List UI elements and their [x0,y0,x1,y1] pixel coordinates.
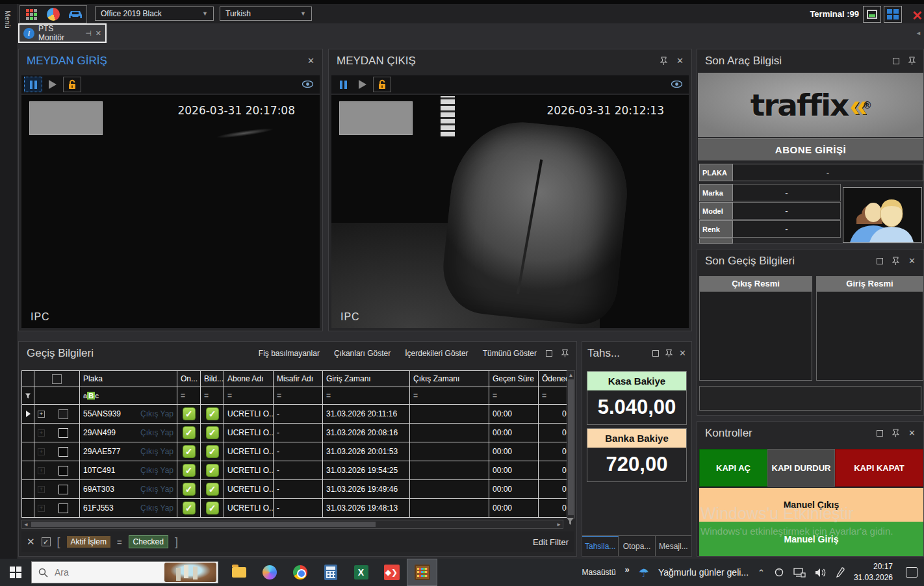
start-button[interactable] [0,559,31,586]
vehicle-button[interactable] [64,6,86,23]
select-all-cell[interactable] [34,370,80,387]
scroll-right-icon[interactable]: ► [556,522,561,528]
filter-field-badge[interactable]: Aktif İşlem [67,536,110,548]
teams-tray-icon[interactable] [774,567,784,578]
col-on[interactable]: On... [177,370,201,387]
filter-abone[interactable]: = [224,387,274,405]
maximize-icon[interactable] [893,58,899,64]
pts-app-button[interactable] [407,559,437,586]
row-select-cell[interactable]: + [34,442,80,461]
theme-dropdown[interactable]: Office 2019 Black ▼ [95,6,214,21]
gate-close-button[interactable]: KAPI KAPAT [835,449,923,487]
close-icon[interactable]: ✕ [679,348,686,358]
tab-tahsilat[interactable]: Tahsila... [582,536,619,556]
visibility-button[interactable] [302,79,313,90]
camera-exit-video[interactable]: 2026-03-31 20:12:13 IPC [331,95,689,328]
clear-filter-icon[interactable]: ✕ [27,536,35,548]
gate-stop-button[interactable]: KAPI DURDUR [767,449,835,487]
expand-icon[interactable]: + [38,505,45,512]
col-bild[interactable]: Bild... [201,370,224,387]
toolbar-overflow-icon[interactable]: » [625,565,630,574]
minimize-panel-button[interactable] [863,6,881,23]
maximize-icon[interactable] [877,430,883,437]
tab-mesajlar[interactable]: Mesajl... [656,536,691,556]
app-close-button[interactable]: ✕ [912,8,923,23]
table-horizontal-scrollbar[interactable]: ◄ ► [21,520,563,529]
cikis-yap-button[interactable]: Çıkış Yap [140,447,173,456]
chrome-button[interactable] [285,559,315,586]
volume-icon[interactable] [815,568,827,578]
unlock-button[interactable] [63,77,81,92]
pass-table-header[interactable]: Geçiş Bilgileri Fiş basılmayanlar Çıkanl… [19,342,576,364]
excel-button[interactable]: X [346,559,376,586]
table-row[interactable]: + 69AT303Çıkış Yap ✓ ✓ UCRETLI O... - 31… [21,480,572,499]
tray-expand-icon[interactable]: ⌃ [758,568,765,578]
cikis-yap-button[interactable]: Çıkış Yap [140,428,173,437]
red-app-button[interactable]: ◆❯ [376,559,407,586]
maximize-icon[interactable] [877,258,883,264]
manual-entry-button[interactable]: Manuel Giriş [699,522,923,556]
balance-panel-header[interactable]: Tahs... ✕ [582,342,691,364]
row-select-cell[interactable]: + [34,499,80,518]
tab-pts-monitor[interactable]: i PTS Monitör ⊣ ✕ [18,23,107,43]
filter-plaka[interactable]: aBc [80,387,177,405]
unlock-button[interactable] [373,77,391,92]
expand-icon[interactable]: + [38,467,45,474]
pin-icon[interactable] [892,257,899,265]
cikis-yap-button[interactable]: Çıkış Yap [140,409,173,418]
row-checkbox[interactable] [58,409,68,419]
pin-icon[interactable] [892,429,899,437]
row-checkbox[interactable] [58,428,68,438]
filter-on[interactable]: = [177,387,201,405]
table-row[interactable]: + 55ANS939Çıkış Yap ✓ ✓ UCRETLI O... - 3… [21,405,572,424]
scrollbar-thumb[interactable] [568,379,574,515]
camera-exit-close-icon[interactable]: ✕ [676,56,684,66]
pin-icon[interactable] [561,349,569,357]
table-row[interactable]: + 10TC491Çıkış Yap ✓ ✓ UCRETLI O... - 31… [21,461,572,480]
tabstrip-scroll-left-icon[interactable]: ◄ [916,30,921,36]
expand-icon[interactable]: + [38,448,45,455]
col-cikis-zamani[interactable]: Çıkış Zamanı [410,370,489,387]
row-checkbox[interactable] [58,485,68,494]
search-highlight-image[interactable] [164,563,216,582]
table-row[interactable]: + 61FJ553Çıkış Yap ✓ ✓ UCRETLI O... - 31… [21,499,572,518]
link-fis-basilmayanlar[interactable]: Fiş basılmayanlar [259,349,320,358]
maximize-icon[interactable] [546,350,552,357]
table-vertical-scrollbar[interactable]: ▲ [567,370,575,518]
scroll-left-icon[interactable]: ◄ [23,522,29,528]
row-checkbox[interactable] [58,503,68,513]
gate-open-button[interactable]: KAPI AÇ [699,449,767,487]
camera-exit-pin-icon[interactable] [660,57,667,65]
camera-entry-close-icon[interactable]: ✕ [307,56,314,66]
network-icon[interactable] [793,568,806,578]
maximize-icon[interactable] [652,350,659,357]
calculator-button[interactable] [315,559,346,586]
filter-misafir[interactable]: = [274,387,323,405]
pause-button[interactable] [24,77,42,92]
col-gecen-sure[interactable]: Geçen Süre [489,370,539,387]
cikis-yap-button[interactable]: Çıkış Yap [140,485,173,494]
row-select-cell[interactable]: + [34,424,80,442]
camera-entry-header[interactable]: MEYDAN GİRİŞ ✕ [19,49,322,72]
filter-giris[interactable]: = [323,387,410,405]
col-giris-zamani[interactable]: Giriş Zamanı [323,370,410,387]
menu-vertical-tab[interactable]: Menü [4,10,12,29]
expand-icon[interactable]: + [38,429,45,437]
table-row[interactable]: + 29AN499Çıkış Yap ✓ ✓ UCRETLI O... - 31… [21,424,572,442]
modules-button[interactable] [20,6,42,23]
pen-icon[interactable] [836,567,845,578]
controls-header[interactable]: Kontroller ✕ [697,422,923,444]
row-select-cell[interactable]: + [34,405,80,424]
pin-icon[interactable] [665,349,673,357]
taskbar-search[interactable] [31,561,218,583]
expand-icon[interactable]: + [38,486,45,493]
close-icon[interactable]: ✕ [908,256,916,266]
language-dropdown[interactable]: Turkish ▼ [220,6,312,21]
row-checkbox[interactable] [58,447,68,457]
select-all-checkbox[interactable] [52,374,62,384]
play-button[interactable] [44,77,62,92]
row-select-cell[interactable]: + [34,480,80,499]
tab-close-icon[interactable]: ✕ [96,29,101,38]
row-select-cell[interactable]: + [34,461,80,480]
notification-center-icon[interactable] [906,567,918,578]
